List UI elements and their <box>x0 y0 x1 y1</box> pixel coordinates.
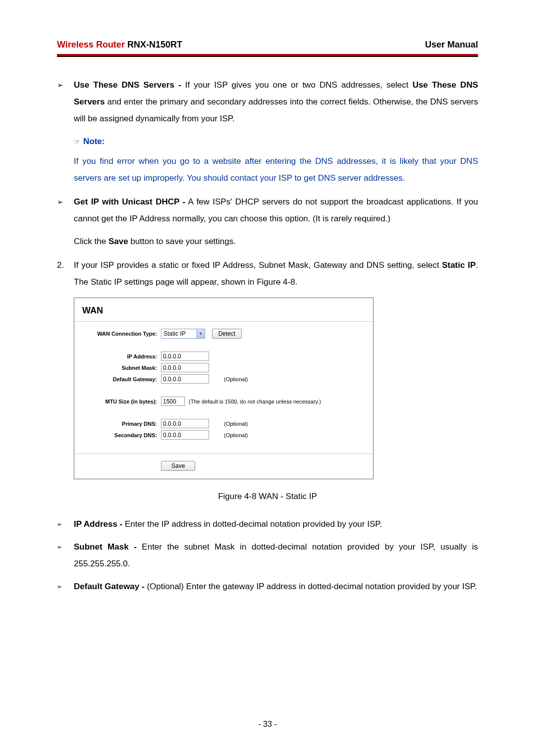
figure-caption: Figure 4-8 WAN - Static IP <box>57 488 478 505</box>
bullet-dns-servers: ➢ Use These DNS Servers - If your ISP gi… <box>57 77 478 127</box>
note-mtu: (The default is 1500, do not change unle… <box>189 398 321 405</box>
note-optional: (Optional) <box>224 376 248 383</box>
note-optional: (Optional) <box>224 432 248 439</box>
bullet-ip-address: ➢ IP Address - Enter the IP address in d… <box>57 516 478 533</box>
spacer <box>74 408 368 417</box>
label-subnet: Subnet Mask: <box>74 364 161 371</box>
spacer <box>74 442 368 447</box>
spacer <box>74 386 368 395</box>
bullet-text: Subnet Mask - Enter the subnet Mask in d… <box>74 539 478 572</box>
numbered-item-2: 2. If your ISP provides a static or fixe… <box>57 257 478 291</box>
row-primary-dns: Primary DNS: (Optional) <box>74 419 368 428</box>
bullet-text: IP Address - Enter the IP address in dot… <box>74 516 478 533</box>
page-number: - 33 - <box>0 720 535 729</box>
note-body: If you find error when you go to a websi… <box>74 153 478 187</box>
note-heading: ☞ Note: <box>74 133 478 150</box>
mtu-input[interactable] <box>161 397 185 406</box>
row-subnet: Subnet Mask: <box>74 363 368 372</box>
bold-text: Get IP with Unicast DHCP - <box>74 197 185 206</box>
row-mtu: MTU Size (in bytes): (The default is 150… <box>74 397 368 406</box>
wan-settings-panel: WAN WAN Connection Type: Static IP ▼ Det… <box>74 298 374 479</box>
text: and enter the primary and secondary addr… <box>74 97 478 123</box>
wan-body: WAN Connection Type: Static IP ▼ Detect … <box>74 322 373 454</box>
connection-type-select[interactable]: Static IP ▼ <box>161 329 205 339</box>
label-ip: IP Address: <box>74 353 161 360</box>
header-right: User Manual <box>425 40 478 50</box>
bold-text: Save <box>108 237 128 246</box>
select-value: Static IP <box>161 330 197 338</box>
para-save: Click the Save button to save your setti… <box>74 233 478 250</box>
default-gateway-input[interactable] <box>161 374 209 384</box>
arrow-icon: ➢ <box>57 578 74 595</box>
row-secondary-dns: Secondary DNS: (Optional) <box>74 430 368 440</box>
text: If your ISP gives you one or two DNS add… <box>181 80 413 90</box>
bullet-unicast-dhcp: ➢ Get IP with Unicast DHCP - A few ISPs'… <box>57 194 478 227</box>
bullet-subnet-mask: ➢ Subnet Mask - Enter the subnet Mask in… <box>57 539 478 572</box>
text: If your ISP provides a static or fixed I… <box>74 260 442 270</box>
note-optional: (Optional) <box>224 420 248 427</box>
arrow-icon: ➢ <box>57 516 74 533</box>
label-connection-type: WAN Connection Type: <box>74 330 161 337</box>
wan-title: WAN <box>74 298 373 321</box>
subnet-mask-input[interactable] <box>161 363 209 372</box>
list-number: 2. <box>57 257 74 291</box>
ip-address-input[interactable] <box>161 352 209 361</box>
row-connection-type: WAN Connection Type: Static IP ▼ Detect <box>74 329 368 339</box>
arrow-icon: ➢ <box>57 194 74 227</box>
bold-text: Default Gateway - <box>74 582 145 591</box>
bullet-text: Use These DNS Servers - If your ISP give… <box>74 77 478 127</box>
bullet-text: Get IP with Unicast DHCP - A few ISPs' D… <box>74 194 478 227</box>
row-ip-address: IP Address: <box>74 352 368 361</box>
page-header: Wireless Router RNX-N150RT User Manual <box>57 40 478 54</box>
spacer <box>74 341 368 350</box>
bullet-default-gateway: ➢ Default Gateway - (Optional) Enter the… <box>57 578 478 595</box>
chevron-down-icon: ▼ <box>197 329 205 338</box>
bullet-text: Default Gateway - (Optional) Enter the g… <box>74 578 478 595</box>
arrow-icon: ➢ <box>57 539 74 572</box>
primary-dns-input[interactable] <box>161 419 209 428</box>
content: ➢ Use These DNS Servers - If your ISP gi… <box>57 57 478 595</box>
row-gateway: Default Gateway: (Optional) <box>74 374 368 384</box>
row-save: Save <box>74 461 373 471</box>
label-pdns: Primary DNS: <box>74 420 161 427</box>
text: Enter the IP address in dotted-decimal n… <box>122 519 382 529</box>
secondary-dns-input[interactable] <box>161 430 209 440</box>
note-label: Note: <box>83 133 105 150</box>
header-title-red: Wireless Router <box>57 40 125 50</box>
arrow-icon: ➢ <box>57 77 74 127</box>
numbered-body: If your ISP provides a static or fixed I… <box>74 257 478 291</box>
bold-text: Static IP <box>442 260 476 270</box>
page: Wireless Router RNX-N150RT User Manual ➢… <box>0 0 535 621</box>
label-sdns: Secondary DNS: <box>74 432 161 439</box>
pointing-hand-icon: ☞ <box>74 135 80 149</box>
save-button[interactable]: Save <box>161 461 195 471</box>
text: button to save your settings. <box>128 237 236 246</box>
bold-text: Subnet Mask - <box>74 542 137 552</box>
header-title-model: RNX-N150RT <box>125 40 182 50</box>
bold-text: Use These DNS Servers - <box>74 80 181 90</box>
label-mtu: MTU Size (in bytes): <box>74 398 161 405</box>
header-title: Wireless Router RNX-N150RT <box>57 40 182 50</box>
detect-button[interactable]: Detect <box>212 329 242 339</box>
label-gateway: Default Gateway: <box>74 376 161 383</box>
wan-footer: Save <box>74 454 373 479</box>
bold-text: IP Address - <box>74 519 122 529</box>
text: Click the <box>74 237 108 246</box>
text: (Optional) Enter the gateway IP address … <box>145 582 477 591</box>
